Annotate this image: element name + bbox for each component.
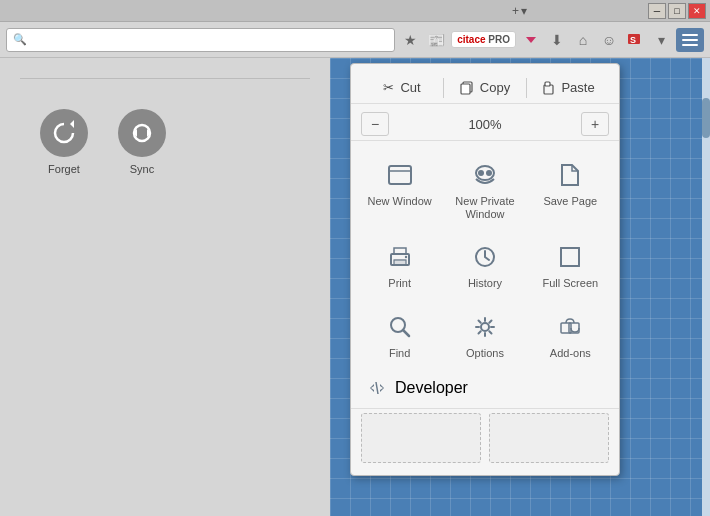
zoom-row: − 100% +: [351, 108, 619, 141]
hamburger-line-2: [682, 39, 698, 41]
scrollbar-thumb[interactable]: [702, 98, 710, 138]
developer-label: Developer: [395, 379, 468, 397]
save-page-label: Save Page: [543, 195, 597, 208]
close-button[interactable]: ✕: [688, 3, 706, 19]
svg-rect-9: [389, 166, 411, 184]
options-item[interactable]: Options: [444, 303, 525, 368]
search-icon: 🔍: [13, 33, 27, 46]
history-label: History: [468, 277, 502, 290]
sync-item[interactable]: Sync: [118, 109, 166, 175]
window-controls: ─ □ ✕: [648, 3, 706, 19]
forget-icon: [40, 109, 88, 157]
full-screen-item[interactable]: Full Screen: [530, 233, 611, 298]
emoji-icon[interactable]: ☺: [598, 29, 620, 51]
paste-button[interactable]: Paste: [527, 76, 609, 99]
search-bar[interactable]: 🔍: [6, 28, 395, 52]
hamburger-menu-button[interactable]: [676, 28, 704, 52]
new-window-label: New Window: [368, 195, 432, 208]
full-screen-icon: [554, 241, 586, 273]
sync-icon: [118, 109, 166, 157]
full-screen-label: Full Screen: [543, 277, 599, 290]
bookmark-icon[interactable]: ★: [399, 29, 421, 51]
bottom-tile-2[interactable]: [489, 413, 609, 463]
new-window-item[interactable]: New Window: [359, 151, 440, 229]
citace-pro-label: PRO: [488, 34, 510, 45]
addons-icon: [554, 311, 586, 343]
pocket-icon[interactable]: [520, 29, 542, 51]
developer-icon: [365, 376, 389, 400]
hamburger-line-1: [682, 34, 698, 36]
history-item[interactable]: History: [444, 233, 525, 298]
divider: [20, 78, 310, 79]
print-item[interactable]: Print: [359, 233, 440, 298]
svg-marker-2: [70, 120, 74, 128]
edit-row: ✂ Cut Copy: [351, 72, 619, 104]
paste-icon: [541, 81, 555, 95]
right-panel: ✂ Cut Copy: [330, 58, 710, 516]
svg-point-17: [404, 256, 406, 258]
forget-label: Forget: [48, 163, 80, 175]
copy-label: Copy: [480, 80, 510, 95]
save-page-item[interactable]: Save Page: [530, 151, 611, 229]
paste-label: Paste: [561, 80, 594, 95]
dropdown-menu: ✂ Cut Copy: [350, 63, 620, 476]
cut-icon: ✂: [383, 80, 394, 95]
svg-line-21: [403, 330, 409, 336]
forget-item[interactable]: Forget: [40, 109, 88, 175]
addons-item[interactable]: Add-ons: [530, 303, 611, 368]
new-private-window-item[interactable]: New Private Window: [444, 151, 525, 229]
new-tab-area: + ▾: [512, 4, 527, 18]
find-icon: [384, 311, 416, 343]
print-label: Print: [388, 277, 411, 290]
quick-access-grid: Forget Sync: [20, 99, 186, 185]
citace-label: citace: [457, 34, 485, 45]
cut-label: Cut: [400, 80, 420, 95]
options-label: Options: [466, 347, 504, 360]
citace-badge[interactable]: citace PRO: [451, 31, 516, 48]
maximize-button[interactable]: □: [668, 3, 686, 19]
svg-point-22: [481, 323, 489, 331]
new-private-window-label: New Private Window: [448, 195, 521, 221]
addons-label: Add-ons: [550, 347, 591, 360]
download-icon[interactable]: ⬇: [546, 29, 568, 51]
zoom-value: 100%: [393, 117, 577, 132]
svg-text:S: S: [630, 35, 636, 45]
new-private-window-icon: [469, 159, 501, 191]
copy-icon: [460, 81, 474, 95]
new-tab-plus[interactable]: +: [512, 4, 519, 18]
main-area: Forget Sync ✂: [0, 58, 710, 516]
svg-rect-19: [561, 248, 579, 266]
sync-label: Sync: [130, 163, 154, 175]
svg-rect-8: [545, 82, 550, 86]
toolbar: 🔍 ★ 📰 citace PRO ⬇ ⌂ ☺ S ▾: [0, 22, 710, 58]
zoom-in-button[interactable]: +: [581, 112, 609, 136]
save-page-icon: [554, 159, 586, 191]
options-icon: [469, 311, 501, 343]
find-item[interactable]: Find: [359, 303, 440, 368]
menu-grid: New Window New Private Window: [351, 147, 619, 372]
spellcheck-dropdown-icon[interactable]: ▾: [650, 29, 672, 51]
new-tab-chevron[interactable]: ▾: [521, 4, 527, 18]
left-panel: Forget Sync: [0, 58, 330, 516]
svg-point-12: [478, 170, 484, 176]
spellcheck-icon[interactable]: S: [624, 29, 646, 51]
scrollbar[interactable]: [702, 58, 710, 516]
bottom-tile-1[interactable]: [361, 413, 481, 463]
new-window-icon: [384, 159, 416, 191]
history-icon: [469, 241, 501, 273]
svg-point-13: [486, 170, 492, 176]
home-icon[interactable]: ⌂: [572, 29, 594, 51]
hamburger-line-3: [682, 44, 698, 46]
svg-line-25: [376, 382, 378, 394]
search-input[interactable]: [31, 33, 388, 47]
find-label: Find: [389, 347, 410, 360]
print-icon: [384, 241, 416, 273]
zoom-out-button[interactable]: −: [361, 112, 389, 136]
svg-rect-6: [461, 84, 470, 94]
minimize-button[interactable]: ─: [648, 3, 666, 19]
copy-button[interactable]: Copy: [444, 76, 526, 99]
bottom-tiles-row: [351, 408, 619, 467]
cut-button[interactable]: ✂ Cut: [361, 76, 443, 99]
reader-icon[interactable]: 📰: [425, 29, 447, 51]
developer-row[interactable]: Developer: [351, 372, 619, 404]
